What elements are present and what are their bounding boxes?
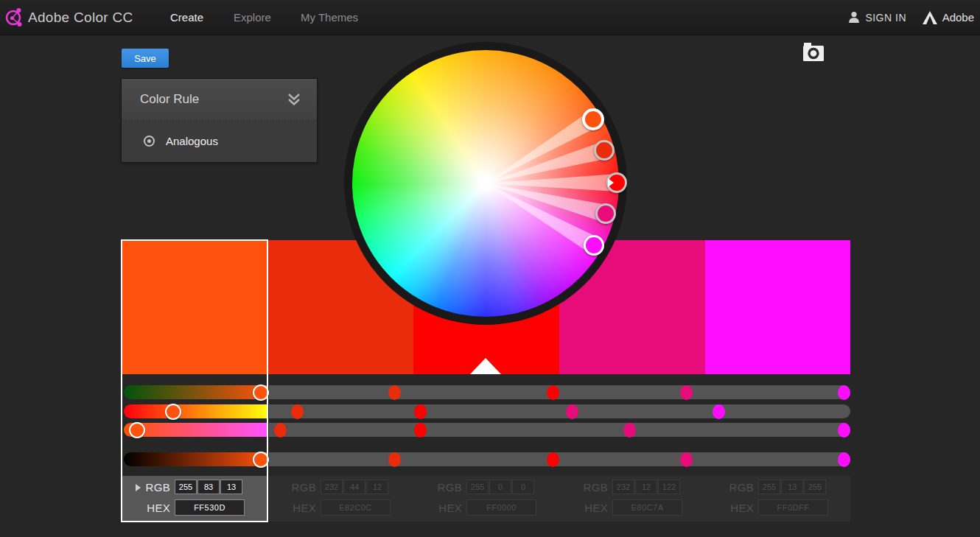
- color-rule-option-analogous[interactable]: Analogous: [122, 120, 317, 162]
- rgb-value-g-color-1[interactable]: 83: [197, 480, 220, 494]
- sign-in-label: SIGN IN: [865, 12, 906, 24]
- color-rule-title: Color Rule: [140, 79, 199, 119]
- triangle-up-icon: [470, 358, 501, 374]
- rgb-value-r-color-2[interactable]: 232: [321, 480, 343, 494]
- camera-icon: [802, 42, 825, 63]
- slider-track-brightness[interactable]: [269, 452, 850, 466]
- slider-knob-blue-color-3[interactable]: [414, 423, 427, 438]
- rgb-value-g-color-5[interactable]: 13: [781, 480, 803, 494]
- values-panel-color-2: RGB2324412HEXE82C0C: [267, 476, 413, 522]
- rgb-label: RGB: [705, 481, 754, 494]
- hex-label: HEX: [559, 502, 608, 514]
- slider-knob-green-color-5[interactable]: [713, 404, 725, 419]
- slider-knob-red-color-4[interactable]: [680, 385, 693, 400]
- hex-label: HEX: [267, 502, 316, 514]
- radio-selected-icon: [144, 136, 155, 147]
- hex-label: HEX: [413, 502, 462, 514]
- rgb-label: RGB: [413, 481, 462, 494]
- rgb-value-g-color-4[interactable]: 12: [635, 480, 657, 494]
- rgb-value-b-color-1[interactable]: 13: [220, 480, 242, 494]
- rgb-label: RGB: [122, 481, 170, 494]
- hex-value-color-3[interactable]: FF0000: [466, 499, 536, 516]
- hex-label: HEX: [705, 502, 754, 514]
- hex-value-color-4[interactable]: E80C7A: [612, 499, 682, 516]
- wheel-marker-1[interactable]: [582, 108, 604, 130]
- tab-create[interactable]: Create: [170, 0, 203, 35]
- color-rule-selected-label: Analogous: [166, 120, 218, 162]
- adobe-link[interactable]: Adobe: [923, 0, 974, 35]
- slider-knob-green-color-3[interactable]: [414, 404, 427, 419]
- slider-knob-red-color-3[interactable]: [547, 385, 559, 400]
- slider-knob-brightness-color-1[interactable]: [253, 452, 269, 468]
- rgb-value-r-color-5[interactable]: 255: [758, 480, 780, 494]
- slider-knob-blue-color-5[interactable]: [838, 423, 850, 438]
- slider-track-green[interactable]: [269, 404, 850, 418]
- slider-knob-blue-color-1[interactable]: [129, 422, 145, 438]
- color-wheel-logo-icon[interactable]: [4, 7, 25, 27]
- save-button[interactable]: Save: [122, 49, 169, 68]
- base-color-notch: [608, 178, 614, 187]
- hex-value-color-2[interactable]: E82C0C: [321, 499, 391, 516]
- slider-knob-brightness-color-4[interactable]: [680, 452, 693, 467]
- wheel-marker-4[interactable]: [595, 203, 616, 224]
- rgb-value-r-color-1[interactable]: 255: [175, 480, 197, 494]
- slider-knob-blue-color-2[interactable]: [274, 423, 287, 438]
- slider-knob-green-color-2[interactable]: [291, 404, 304, 419]
- adobe-logo: [923, 11, 937, 24]
- create-from-image-button[interactable]: [802, 42, 825, 63]
- rgb-value-g-color-2[interactable]: 44: [343, 480, 365, 494]
- sign-in-button[interactable]: SIGN IN: [848, 0, 906, 35]
- slider-track-blue[interactable]: [269, 423, 850, 437]
- slider-knob-red-color-2[interactable]: [388, 385, 401, 400]
- color-wheel[interactable]: [352, 50, 619, 317]
- tab-my-themes[interactable]: My Themes: [301, 0, 358, 35]
- app-title: Adobe Color CC: [28, 0, 133, 35]
- values-panel-color-5: RGB25513255HEXFF0DFF: [705, 476, 850, 522]
- color-rule-header[interactable]: Color Rule: [122, 79, 317, 120]
- slider-track-brightness-active[interactable]: [124, 452, 267, 466]
- rgb-value-b-color-5[interactable]: 255: [804, 480, 826, 494]
- slider-knob-red-color-5[interactable]: [838, 385, 850, 400]
- swatch-color-5[interactable]: [705, 240, 850, 374]
- values-panel-color-1: RGB2558313HEXFF530D: [122, 476, 267, 522]
- slider-knob-green-color-1[interactable]: [165, 404, 181, 420]
- slider-knob-brightness-color-5[interactable]: [838, 452, 850, 467]
- slider-knob-blue-color-4[interactable]: [623, 423, 636, 438]
- hex-label: HEX: [122, 502, 170, 514]
- swatch-color-1[interactable]: [122, 240, 267, 374]
- tab-explore[interactable]: Explore: [234, 0, 271, 35]
- color-rule-panel: Color Rule Analogous: [122, 79, 317, 162]
- values-panel-color-4: RGB23212122HEXE80C7A: [559, 476, 705, 522]
- rgb-value-r-color-3[interactable]: 255: [466, 480, 489, 494]
- rgb-value-b-color-2[interactable]: 12: [366, 480, 388, 494]
- hex-value-color-1[interactable]: FF530D: [175, 499, 245, 516]
- rgb-value-g-color-3[interactable]: 0: [489, 480, 511, 494]
- rgb-value-b-color-3[interactable]: 0: [512, 480, 534, 494]
- rgb-label: RGB: [559, 481, 608, 494]
- rgb-label: RGB: [267, 481, 316, 494]
- double-chevron-down-icon: [286, 93, 302, 106]
- user-icon: [848, 11, 860, 24]
- slider-knob-green-color-4[interactable]: [566, 404, 578, 419]
- values-panel-color-3: RGB25500HEXFF0000: [413, 476, 559, 522]
- slider-track-red-active[interactable]: [124, 385, 267, 399]
- adobe-label: Adobe: [942, 11, 974, 24]
- slider-track-red[interactable]: [269, 385, 850, 399]
- adobe-color-cc-app: Adobe Color CC Create Explore My Themes …: [0, 0, 980, 537]
- wheel-marker-2[interactable]: [594, 140, 615, 161]
- rgb-value-r-color-4[interactable]: 232: [612, 480, 634, 494]
- slider-knob-brightness-color-2[interactable]: [388, 452, 401, 467]
- rgb-value-b-color-4[interactable]: 122: [658, 480, 680, 494]
- slider-knob-red-color-1[interactable]: [253, 385, 269, 401]
- slider-track-green-active[interactable]: [124, 404, 267, 418]
- slider-track-blue-active[interactable]: [124, 423, 267, 437]
- slider-knob-brightness-color-3[interactable]: [547, 452, 559, 467]
- hex-value-color-5[interactable]: FF0DFF: [758, 499, 828, 516]
- wheel-marker-3[interactable]: [606, 172, 627, 193]
- top-nav-bar: Adobe Color CC Create Explore My Themes …: [0, 0, 980, 35]
- wheel-marker-5[interactable]: [584, 235, 604, 256]
